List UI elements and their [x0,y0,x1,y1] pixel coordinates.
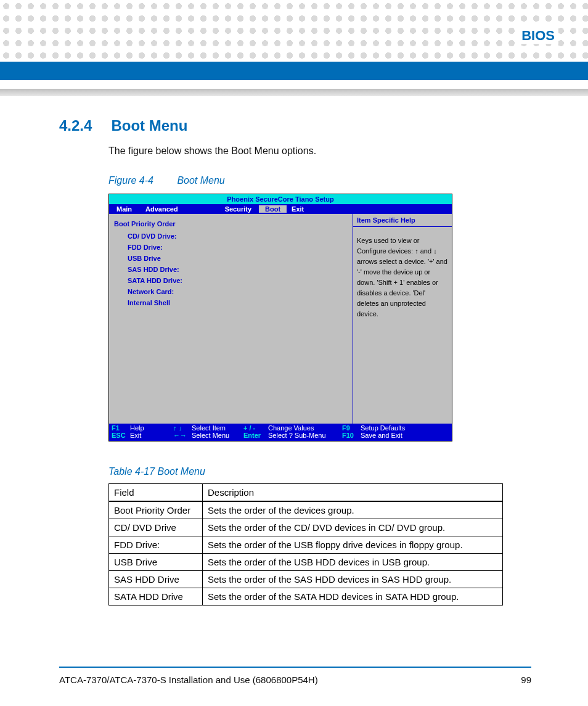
key-enter: Enter [243,432,268,439]
boot-priority-order-header: Boot Priority Order [114,220,348,228]
cell-field: SAS HDD Drive [109,571,203,588]
table-row: FDD Drive: Sets the order of the USB flo… [109,536,503,554]
table-row: SAS HDD Drive Sets the order of the SAS … [109,571,503,588]
bios-left-pane: Boot Priority Order CD/ DVD Drive: FDD D… [109,214,353,424]
hint-submenu: Select ? Sub-Menu [268,432,342,439]
cell-desc: Sets the order of the SAS HDD devices in… [203,571,503,588]
cell-desc: Sets the order of the USB floppy drive d… [203,536,503,554]
hint-change-values: Change Values [268,424,342,432]
bios-body: Boot Priority Order CD/ DVD Drive: FDD D… [109,214,452,424]
cell-desc: Sets the order of the USB HDD devices in… [203,554,503,571]
cell-field: FDD Drive: [109,536,203,554]
footer-rule [59,667,531,668]
cell-desc: Sets the order of the devices group. [203,501,503,519]
key-updown: ↑ ↓ [173,424,192,432]
table-caption: Table 4-17 Boot Menu [108,466,531,477]
table-row: USB Drive Sets the order of the USB HDD … [109,554,503,571]
bpo-item-sata-hdd[interactable]: SATA HDD Drive: [128,277,348,284]
figure-title: Boot Menu [177,175,224,186]
key-plusminus: + / - [243,424,268,432]
footer-doc-title: ATCA-7370/ATCA-7370-S Installation and U… [59,675,318,685]
bios-tab-security[interactable]: Security [220,205,256,213]
bpo-item-fdd[interactable]: FDD Drive: [128,244,348,251]
bios-tab-advanced[interactable]: Advanced [141,205,183,213]
bios-tab-exit[interactable]: Exit [287,205,309,213]
th-desc: Description [203,484,503,502]
th-field: Field [109,484,203,502]
key-f1: F1 [112,424,130,432]
table-row: Boot Priority Order Sets the order of th… [109,501,503,519]
table-row: SATA HDD Drive Sets the order of the SAT… [109,588,503,605]
hint-help: Help [130,424,173,432]
hint-select-item: Select Item [192,424,243,432]
cell-desc: Sets the order of the SATA HDD devices i… [203,588,503,605]
bios-help-text: Keys used to view or Configure devices: … [353,227,452,323]
figure-label: Figure 4-4 [108,175,153,186]
cell-field: SATA HDD Drive [109,588,203,605]
section-intro: The figure below shows the Boot Menu opt… [108,146,531,157]
key-esc: ESC [112,432,130,439]
bios-help-header: Item Specific Help [353,214,452,227]
bios-window-title: Phoenix SecureCore Tiano Setup [109,194,452,204]
bios-tab-boot[interactable]: Boot [259,205,287,213]
page-header-title: BIOS [518,28,558,44]
figure-caption: Figure 4-4 Boot Menu [108,175,531,186]
bios-tabs: Main Advanced Security Boot Exit [109,204,452,214]
bpo-item-usb[interactable]: USB Drive [128,255,348,262]
bios-footer: F1 Help ↑ ↓ Select Item + / - Change Val… [109,424,452,441]
cell-field: USB Drive [109,554,203,571]
bpo-item-network[interactable]: Network Card: [128,288,348,295]
key-f9: F9 [342,424,361,432]
hint-select-menu: Select Menu [192,432,243,439]
page-number: 99 [521,675,531,685]
table-header-row: Field Description [109,484,503,502]
hint-setup-defaults: Setup Defaults [361,424,405,432]
hint-save-exit: Save and Exit [361,432,402,439]
cell-desc: Sets the order of the CD/ DVD devices in… [203,519,503,536]
key-leftright: ←→ [173,432,192,439]
cell-field: Boot Priority Order [109,501,203,519]
cell-field: CD/ DVD Drive [109,519,203,536]
bios-screenshot: Phoenix SecureCore Tiano Setup Main Adva… [108,194,452,441]
section-title: Boot Menu [111,117,187,134]
hint-exit: Exit [130,432,173,439]
bios-help-pane: Item Specific Help Keys used to view or … [353,214,452,424]
bpo-item-cd-dvd[interactable]: CD/ DVD Drive: [128,232,348,240]
header-blue-bar [0,62,588,80]
header-pattern [0,0,588,62]
section-heading: 4.2.4 Boot Menu [59,117,531,134]
boot-menu-table: Field Description Boot Priority Order Se… [108,483,503,605]
bpo-item-shell[interactable]: Internal Shell [128,299,348,306]
page-content: 4.2.4 Boot Menu The figure below shows t… [59,117,531,605]
table-row: CD/ DVD Drive Sets the order of the CD/ … [109,519,503,536]
key-f10: F10 [342,432,361,439]
header-gray-bar [0,89,588,96]
bios-tab-main[interactable]: Main [112,205,137,213]
section-number: 4.2.4 [59,117,108,134]
bpo-item-sas-hdd[interactable]: SAS HDD Drive: [128,266,348,273]
